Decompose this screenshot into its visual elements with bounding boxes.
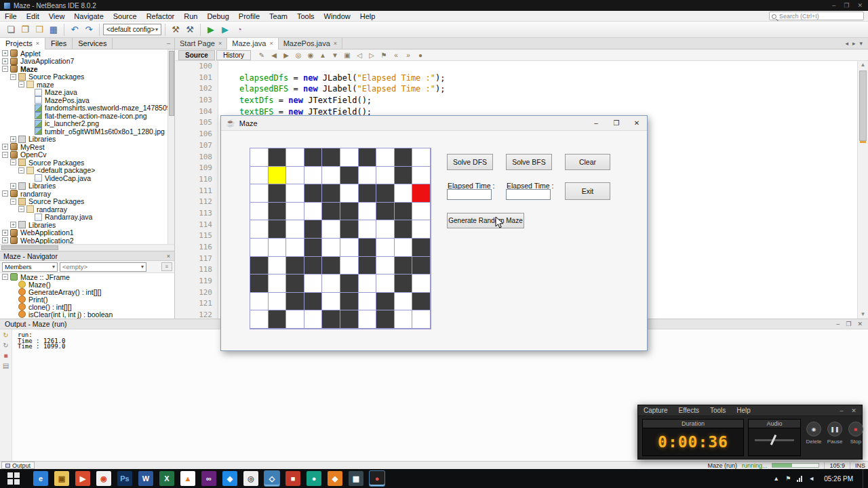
minimize-icon[interactable]: –	[836, 321, 840, 327]
menu-window[interactable]: Window	[319, 12, 355, 20]
scrollbar-thumb[interactable]	[1, 245, 58, 250]
navigator-item[interactable]: isClear(int i, int j) : boolean	[0, 310, 174, 318]
network-icon[interactable]	[797, 476, 802, 482]
config-select[interactable]: <default config> ▾	[103, 24, 161, 35]
editor-tab-maze-java[interactable]: Maze.java×	[227, 38, 278, 49]
project-tree-item[interactable]: +Libraries	[0, 221, 167, 229]
app-orange-taskbar-icon[interactable]: ◆	[328, 471, 342, 486]
minimize-icon[interactable]: –	[837, 407, 846, 414]
menu-team[interactable]: Team	[264, 12, 292, 20]
photoshop-taskbar-icon[interactable]: Ps	[117, 471, 132, 486]
project-tree-item[interactable]: −<default package>	[0, 167, 167, 175]
app-red-taskbar-icon[interactable]: ■	[285, 471, 300, 486]
expander-minus-icon[interactable]: −	[10, 159, 16, 165]
screen-recorder-taskbar-icon[interactable]: ●	[370, 471, 384, 486]
stop-button[interactable]: ■Stop	[847, 422, 865, 445]
audio-level-slider[interactable]	[755, 439, 794, 441]
minimize-icon[interactable]: –	[167, 40, 174, 47]
expander-plus-icon[interactable]: +	[2, 58, 8, 64]
menu-profile[interactable]: Profile	[234, 12, 264, 20]
tab-projects[interactable]: Projects×	[0, 38, 45, 49]
navigator-sort-icon[interactable]: ≡	[161, 262, 172, 271]
close-icon[interactable]: ✕	[857, 321, 863, 327]
solve-bfs-button[interactable]: Solve BFS	[506, 154, 552, 170]
app-dark-taskbar-icon[interactable]: ▦	[349, 471, 363, 486]
stop-icon[interactable]: ■	[3, 352, 7, 359]
line-number-gutter[interactable]: 1001011021031041051061071081091101111121…	[175, 61, 218, 319]
project-tree-item[interactable]: +WebApplication1	[0, 229, 167, 237]
find-selection-icon[interactable]: ◎	[293, 50, 304, 60]
build-project-icon[interactable]: ⚒	[169, 23, 182, 37]
maze-window-titlebar[interactable]: ☕ Maze – ❐ ✕	[221, 116, 647, 131]
project-tree-item[interactable]: ic_launcher2.png	[0, 120, 167, 128]
hidden-icons-chevron[interactable]: ▲	[773, 475, 779, 482]
project-tree-item[interactable]: tumblr_o5gltWtIM1s6t0x8o1_1280.jpg	[0, 127, 167, 136]
exit-button[interactable]: Exit	[565, 182, 610, 200]
volume-icon[interactable]: ◄	[808, 475, 814, 482]
shift-right-icon[interactable]: »	[403, 50, 414, 60]
expander-plus-icon[interactable]: +	[10, 222, 16, 228]
close-icon[interactable]: ✕	[849, 407, 859, 414]
project-tree-item[interactable]: −Source Packages	[0, 73, 167, 81]
recorder-menu-effects[interactable]: Effects	[673, 407, 705, 414]
menu-edit[interactable]: Edit	[22, 12, 44, 20]
menu-refactor[interactable]: Refactor	[142, 12, 180, 20]
new-project-icon[interactable]: ❐	[18, 23, 32, 37]
project-tree-item[interactable]: MazePos.java	[0, 96, 167, 104]
expander-plus-icon[interactable]: +	[2, 230, 8, 236]
project-tree-item[interactable]: Maze.java	[0, 89, 167, 97]
project-tree-item[interactable]: +Libraries	[0, 182, 167, 190]
close-icon[interactable]: ×	[167, 253, 174, 260]
file-explorer-taskbar-icon[interactable]: ▣	[54, 471, 69, 486]
projects-horizontal-scrollbar[interactable]	[0, 244, 175, 251]
float-icon[interactable]: ❐	[846, 321, 851, 327]
project-tree-item[interactable]: −Source Packages	[0, 198, 167, 206]
project-tree-item[interactable]: +JavaApplication7	[0, 58, 167, 66]
project-tree-item[interactable]: +MyRest	[0, 143, 167, 151]
close-icon[interactable]: ✕	[627, 116, 647, 131]
rerun-debug-icon[interactable]: ↻	[3, 342, 8, 349]
navigator-item[interactable]: clone() : int[][]	[0, 303, 174, 310]
project-tree-item[interactable]: +Applet	[0, 49, 167, 58]
incremental-search-icon[interactable]: ◉	[305, 50, 316, 60]
pause-button[interactable]: ❚❚Pause	[826, 422, 844, 445]
project-tree-item[interactable]: flat-theme-action-maze-icon.png	[0, 112, 167, 120]
scroll-right-icon[interactable]: ▸	[852, 40, 856, 47]
expander-minus-icon[interactable]: −	[18, 206, 24, 212]
expander-minus-icon[interactable]: −	[18, 167, 24, 174]
navigator-item[interactable]: GenerateArray() : int[][]	[0, 288, 174, 296]
dfs-time-field[interactable]	[447, 189, 492, 200]
run-project-icon[interactable]: ▶	[204, 23, 218, 37]
clear-button[interactable]: Clear	[565, 154, 610, 170]
expander-plus-icon[interactable]: +	[2, 50, 8, 56]
project-tree-item[interactable]: −Maze	[0, 65, 167, 73]
netbeans-taskbar-icon[interactable]: ◇	[264, 471, 279, 486]
generate-random-maze-button[interactable]: Generate Random Maze	[447, 213, 524, 228]
minimize-icon[interactable]: –	[586, 116, 606, 131]
browser-taskbar-icon[interactable]: ◉	[96, 471, 111, 486]
project-tree-item[interactable]: −randarray	[0, 205, 167, 214]
project-tree-item[interactable]: −Source Packages	[0, 159, 167, 167]
menu-source[interactable]: Source	[108, 12, 142, 20]
close-icon[interactable]: ×	[269, 40, 273, 47]
action-center-icon[interactable]: ⚑	[785, 475, 791, 482]
navigator-item[interactable]: −Maze :: JFrame	[0, 273, 174, 281]
expander-minus-icon[interactable]: −	[18, 81, 24, 87]
editor-tab-start-page[interactable]: Start Page×	[175, 38, 227, 49]
menu-help[interactable]: Help	[355, 12, 380, 20]
navigator-filter-input[interactable]: <empty> ▾	[60, 262, 146, 272]
last-edited-icon[interactable]: ✎	[256, 50, 267, 60]
clean-and-build-project-icon[interactable]: ⚒	[183, 23, 197, 37]
redo-icon[interactable]: ↷	[82, 23, 96, 37]
undo-icon[interactable]: ↶	[68, 23, 81, 37]
slider-thumb[interactable]	[770, 434, 776, 445]
word-taskbar-icon[interactable]: W	[138, 471, 153, 486]
projects-vertical-scrollbar[interactable]	[167, 49, 175, 244]
project-tree-item[interactable]: Randarray.java	[0, 214, 167, 222]
expander-minus-icon[interactable]: −	[2, 66, 8, 72]
menu-file[interactable]: File	[0, 12, 22, 20]
expander-minus-icon[interactable]: −	[10, 74, 16, 80]
navigator-item[interactable]: Maze()	[0, 281, 174, 288]
scroll-up-icon[interactable]: ▲	[858, 61, 868, 69]
output-minimized-tab[interactable]: Output	[1, 462, 35, 469]
